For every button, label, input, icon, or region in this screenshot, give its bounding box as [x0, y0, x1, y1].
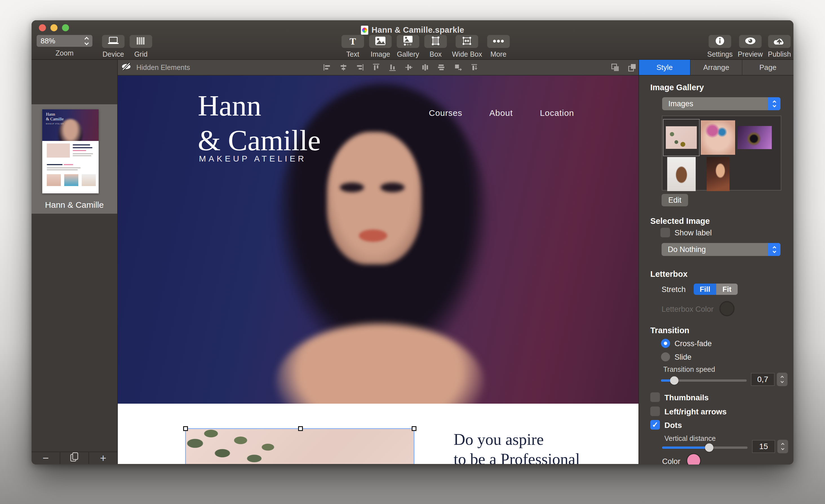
nav-link-courses[interactable]: Courses [429, 108, 462, 118]
box-label: Box [429, 50, 442, 58]
gallery-thumb-4[interactable] [667, 157, 696, 191]
resize-handle-top-left[interactable] [183, 426, 188, 431]
fit-width-icon[interactable] [453, 63, 463, 72]
site-body-section: Do you aspire to be a Professional [118, 404, 639, 464]
insert-gallery-button[interactable] [397, 35, 419, 48]
grid-button[interactable] [130, 35, 152, 48]
dots-color-swatch[interactable] [686, 453, 701, 464]
align-center-horizontal-icon[interactable] [339, 63, 348, 72]
site-heading-text[interactable]: Do you aspire to be a Professional [454, 430, 580, 464]
vertical-distance-slider[interactable] [662, 446, 748, 449]
editor-canvas: Hidden Elements [118, 60, 639, 464]
thumbnails-label: Thumbnails [664, 393, 708, 402]
gallery-thumb-2[interactable] [701, 120, 735, 155]
distribute-horizontal-icon[interactable] [421, 63, 430, 72]
duplicate-page-button[interactable] [60, 452, 88, 464]
hero-gallery-image[interactable]: Hann & Camille MAKEUP ATELIER Courses Ab… [118, 76, 639, 404]
website-page: Hann & Camille MAKEUP ATELIER Courses Ab… [118, 76, 639, 464]
laptop-icon [107, 37, 119, 46]
gallery-type-select[interactable]: Images [662, 97, 780, 110]
insert-more-button[interactable] [487, 35, 510, 48]
thumbnail-hero: Hann& Camille MAKEUP ATELIER [42, 110, 99, 141]
stretch-fit-option[interactable]: Fit [716, 284, 738, 295]
device-label: Device [102, 50, 124, 58]
gallery-thumb-5[interactable] [707, 157, 730, 191]
letterbox-color-swatch[interactable] [719, 301, 735, 316]
slider-knob[interactable] [705, 443, 714, 452]
eye-slash-icon [121, 62, 133, 72]
align-bottom-icon[interactable] [388, 63, 397, 72]
alignment-toolbar: Hidden Elements [118, 60, 639, 76]
zoom-label: Zoom [56, 49, 74, 57]
preview-button[interactable] [739, 35, 762, 48]
insert-wide-box-button[interactable] [456, 35, 478, 48]
bring-forward-icon[interactable] [610, 63, 620, 72]
gallery-thumb-3[interactable] [737, 126, 772, 149]
align-left-icon[interactable] [322, 63, 332, 72]
stretch-fill-option[interactable]: Fill [694, 284, 716, 295]
letterbox-title: Letterbox [650, 270, 687, 279]
gallery-label: Gallery [397, 50, 419, 58]
distribute-vertical-icon[interactable] [437, 63, 446, 72]
more-label: More [491, 50, 507, 58]
vertical-distance-value[interactable]: 15 [752, 440, 775, 453]
vertical-stepper[interactable] [777, 440, 788, 453]
grid-label: Grid [134, 50, 147, 58]
dots-color-label: Color [662, 457, 680, 464]
nav-link-about[interactable]: About [490, 108, 513, 118]
inspector-tabs: Style Arrange Page [639, 60, 794, 76]
site-brand-text[interactable]: Hann & Camille [198, 88, 321, 158]
align-right-icon[interactable] [355, 63, 365, 72]
stretch-segmented-control: Fill Fit [694, 284, 738, 295]
add-page-button[interactable]: + [88, 452, 117, 464]
hidden-elements-toggle[interactable]: Hidden Elements [121, 62, 190, 72]
insert-box-button[interactable] [424, 35, 447, 48]
text-icon: T [350, 36, 356, 47]
duplicate-icon [70, 452, 79, 464]
tab-style[interactable]: Style [639, 60, 690, 75]
page-list-item[interactable]: Hann& Camille MAKEUP ATELIER [31, 104, 117, 214]
dots-checkbox[interactable]: ✓ [650, 420, 660, 430]
fit-height-icon[interactable] [469, 63, 479, 72]
edit-images-button[interactable]: Edit [662, 194, 688, 206]
image-action-select[interactable]: Do Nothing [662, 243, 780, 256]
resize-handle-top-center[interactable] [298, 426, 303, 431]
thumbnails-checkbox[interactable] [650, 392, 660, 402]
gallery-icon [403, 36, 414, 47]
grid-columns-icon [136, 37, 146, 46]
align-top-icon[interactable] [371, 63, 381, 72]
align-middle-icon[interactable] [404, 63, 414, 72]
insert-image-button[interactable] [369, 35, 392, 48]
selected-gallery-image[interactable] [185, 428, 415, 464]
tab-arrange[interactable]: Arrange [690, 60, 742, 75]
app-window: Hann & Camille.sparkle 88% Zoom Device [31, 20, 794, 464]
show-label-checkbox[interactable] [661, 228, 670, 237]
transition-speed-value[interactable]: 0,7 [751, 373, 774, 386]
publish-button[interactable] [768, 35, 791, 48]
remove-page-button[interactable]: − [31, 452, 60, 464]
slider-knob[interactable] [670, 376, 678, 385]
stretch-label: Stretch [662, 285, 686, 294]
page-name-label: Hann & Camille [31, 200, 117, 210]
zoom-select[interactable]: 88% [36, 35, 92, 47]
site-tagline-text[interactable]: MAKEUP ATELIER [199, 154, 307, 163]
device-button[interactable] [102, 35, 125, 48]
insert-text-button[interactable]: T [342, 35, 364, 48]
crossfade-radio[interactable] [661, 339, 670, 348]
settings-button[interactable] [708, 35, 731, 48]
eye-icon [745, 37, 756, 46]
publish-label: Publish [768, 50, 791, 58]
bring-to-front-icon[interactable] [627, 63, 637, 72]
chevron-updown-icon [83, 37, 90, 46]
letterbox-color-label: Letterbox Color [662, 305, 714, 314]
slide-radio[interactable] [661, 352, 670, 361]
transition-speed-slider[interactable] [661, 379, 747, 382]
resize-handle-top-right[interactable] [411, 426, 417, 431]
speed-stepper[interactable] [777, 373, 788, 386]
inspector-panel: Style Arrange Page Image Gallery Images … [639, 60, 794, 464]
tab-page[interactable]: Page [742, 60, 794, 75]
dots-label: Dots [664, 421, 682, 430]
nav-link-location[interactable]: Location [540, 108, 574, 118]
gallery-thumb-selected[interactable] [663, 119, 700, 156]
arrows-checkbox[interactable] [650, 407, 660, 416]
